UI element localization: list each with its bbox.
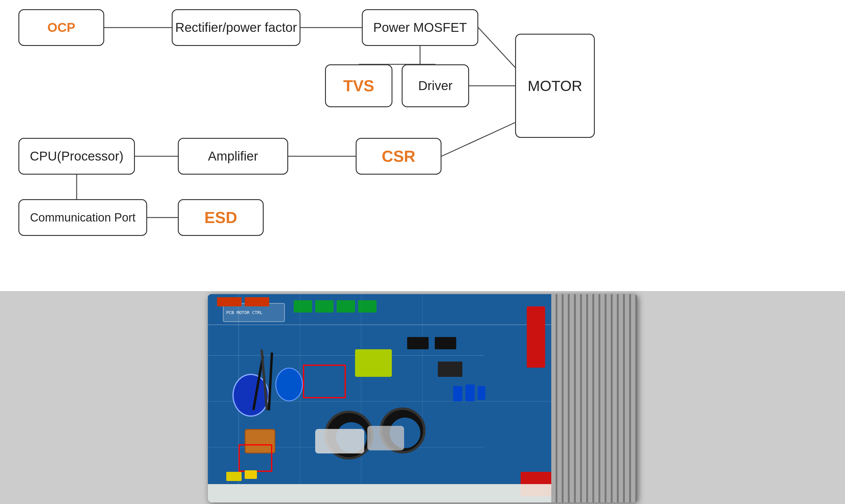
yellow-comp-1 bbox=[226, 472, 242, 481]
block-driver: Driver bbox=[402, 64, 469, 107]
svg-line-8 bbox=[441, 123, 515, 156]
block-power-mosfet: Power MOSFET bbox=[362, 9, 478, 46]
small-cap-1 bbox=[453, 386, 462, 401]
block-rectifier: Rectifier/power factor bbox=[172, 9, 300, 46]
svg-rect-25 bbox=[217, 297, 242, 306]
red-wire-vertical bbox=[527, 306, 545, 368]
red-highlight-2 bbox=[239, 444, 272, 472]
pcb-photo: PCB MOTOR CTRL bbox=[208, 294, 637, 502]
block-amplifier: Amplifier bbox=[178, 138, 288, 175]
block-esd: ESD bbox=[178, 199, 264, 236]
heat-shrink bbox=[315, 429, 364, 453]
block-ocp: OCP bbox=[18, 9, 104, 46]
transformer-green bbox=[355, 349, 392, 377]
pcb-bottom-border bbox=[208, 484, 551, 502]
svg-rect-26 bbox=[245, 297, 269, 306]
svg-line-4 bbox=[478, 28, 515, 67]
block-csr: CSR bbox=[356, 138, 441, 175]
svg-text:PCB MOTOR CTRL: PCB MOTOR CTRL bbox=[226, 310, 262, 315]
svg-rect-21 bbox=[315, 300, 334, 312]
svg-rect-20 bbox=[294, 300, 312, 312]
ic-chip-3 bbox=[438, 362, 462, 377]
block-motor: MOTOR bbox=[515, 34, 595, 138]
block-diagram: OCP Rectifier/power factor Power MOSFET … bbox=[0, 0, 845, 291]
yellow-comp-2 bbox=[245, 470, 257, 479]
small-cap-2 bbox=[465, 384, 475, 401]
heat-shrink-2 bbox=[367, 426, 404, 450]
capacitor-medium bbox=[275, 368, 303, 401]
svg-rect-22 bbox=[337, 300, 355, 312]
small-cap-3 bbox=[478, 386, 485, 400]
ic-chip-2 bbox=[435, 337, 456, 349]
svg-rect-23 bbox=[358, 300, 376, 312]
pcb-photo-area: PCB MOTOR CTRL bbox=[0, 291, 845, 504]
ic-chip-1 bbox=[407, 337, 429, 349]
block-tvs: TVS bbox=[325, 64, 392, 107]
block-comm-port: Communication Port bbox=[18, 199, 147, 236]
block-cpu: CPU(Processor) bbox=[18, 138, 135, 175]
heatsink bbox=[551, 294, 637, 502]
red-highlight-1 bbox=[303, 365, 346, 398]
